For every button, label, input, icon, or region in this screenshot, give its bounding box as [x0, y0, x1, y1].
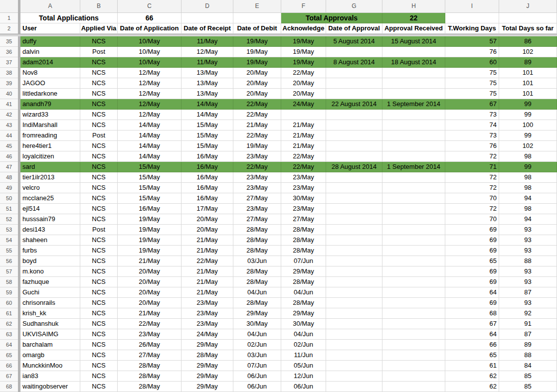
cell-receipt[interactable]: 15/May — [182, 131, 233, 141]
cell-receipt[interactable]: 29/May — [182, 340, 233, 350]
cell-via[interactable]: NCS — [80, 110, 118, 120]
cell-via[interactable]: NCS — [80, 141, 118, 151]
cell-via[interactable]: NCS — [80, 162, 118, 172]
cell-approval[interactable] — [326, 214, 382, 225]
cell-via[interactable]: Post — [80, 225, 118, 235]
cell-ack[interactable]: 20/May — [281, 78, 326, 89]
cell-ack[interactable] — [281, 110, 326, 120]
cell-ack[interactable]: 19/May — [281, 47, 326, 57]
cell-received[interactable]: 1 September 2014 — [382, 162, 445, 172]
cell-approval[interactable] — [326, 47, 382, 57]
cell-total[interactable]: 101 — [499, 89, 557, 99]
cell-receipt[interactable]: 13/May — [182, 89, 233, 99]
cell-total[interactable]: 93 — [499, 225, 557, 235]
cell-received[interactable] — [382, 340, 445, 350]
cell-working[interactable]: 74 — [445, 120, 499, 131]
column-header-i[interactable]: I — [445, 0, 499, 13]
cell-debit[interactable]: 28/May — [233, 246, 281, 256]
row-number[interactable]: 43 — [0, 120, 18, 131]
cell-total[interactable]: 94 — [499, 214, 557, 225]
cell-via[interactable]: NCS — [80, 99, 118, 110]
cell-application[interactable]: 19/May — [118, 225, 182, 235]
cell-approval[interactable] — [326, 204, 382, 214]
cell-user[interactable]: ian83 — [20, 371, 80, 382]
cell-received[interactable] — [382, 151, 445, 162]
cell-debit[interactable]: 03/Jun — [233, 350, 281, 361]
cell-total[interactable]: 101 — [499, 78, 557, 89]
cell-receipt[interactable]: 23/May — [182, 298, 233, 308]
header-date-of-approval[interactable]: Date of Approval — [326, 23, 382, 34]
cell-ack[interactable]: 12/Jun — [281, 371, 326, 382]
cell-application[interactable]: 10/May — [118, 36, 182, 47]
cell-approval[interactable] — [326, 298, 382, 308]
row-number[interactable]: 63 — [0, 329, 18, 340]
cell-receipt[interactable]: 21/May — [182, 277, 233, 287]
cell-approval[interactable] — [326, 350, 382, 361]
cell-application[interactable]: 20/May — [118, 298, 182, 308]
cell-ack[interactable]: 04/Jun — [281, 329, 326, 340]
cell-total[interactable]: 89 — [499, 57, 557, 68]
cell-application[interactable]: 10/May — [118, 57, 182, 68]
cell-approval[interactable] — [326, 329, 382, 340]
cell-receipt[interactable]: 12/May — [182, 47, 233, 57]
cell-working[interactable]: 71 — [445, 162, 499, 172]
cell-receipt[interactable]: 16/May — [182, 151, 233, 162]
cell-ack[interactable]: 23/May — [281, 204, 326, 214]
cell-via[interactable]: NCS — [80, 57, 118, 68]
cell-user[interactable]: barchalam — [20, 340, 80, 350]
cell-application[interactable]: 28/May — [118, 382, 182, 392]
row-number[interactable]: 54 — [0, 235, 18, 246]
cell-debit[interactable]: 20/May — [233, 89, 281, 99]
cell-approval[interactable] — [326, 266, 382, 277]
column-header-b[interactable]: B — [80, 0, 118, 13]
cell-via[interactable]: NCS — [80, 193, 118, 204]
cell-debit[interactable]: 07/Jun — [233, 361, 281, 371]
total-applications-label[interactable]: Total Applications — [20, 13, 118, 23]
cell-debit[interactable]: 19/May — [233, 141, 281, 151]
cell-via[interactable]: NCS — [80, 246, 118, 256]
cell-ack[interactable]: 23/May — [281, 183, 326, 193]
cell-received[interactable] — [382, 110, 445, 120]
cell-working[interactable]: 75 — [445, 68, 499, 78]
column-header-j[interactable]: J — [499, 0, 557, 13]
cell-total[interactable]: 102 — [499, 47, 557, 57]
cell-received[interactable]: 1 September 2014 — [382, 99, 445, 110]
cell-application[interactable]: 19/May — [118, 235, 182, 246]
cell-user[interactable]: wizard33 — [20, 110, 80, 120]
cell-application[interactable]: 15/May — [118, 183, 182, 193]
cell-via[interactable]: NCS — [80, 350, 118, 361]
row-number[interactable]: 41 — [0, 99, 18, 110]
row-number[interactable]: 35 — [0, 36, 18, 47]
cell-working[interactable]: 72 — [445, 183, 499, 193]
cell-working[interactable]: 67 — [445, 319, 499, 329]
row-number[interactable]: 48 — [0, 172, 18, 183]
cell-user[interactable]: Guchi — [20, 287, 80, 298]
cell-application[interactable]: 20/May — [118, 287, 182, 298]
cell-approval[interactable] — [326, 78, 382, 89]
cell-debit[interactable]: 20/May — [233, 78, 281, 89]
cell-ack[interactable]: 22/May — [281, 162, 326, 172]
cell-user[interactable]: anandh79 — [20, 99, 80, 110]
cell-application[interactable]: 14/May — [118, 151, 182, 162]
cell-approval[interactable] — [326, 120, 382, 131]
cell-working[interactable]: 72 — [445, 204, 499, 214]
row-number[interactable]: 65 — [0, 350, 18, 361]
cell-via[interactable]: NCS — [80, 340, 118, 350]
cell-receipt[interactable]: 29/May — [182, 371, 233, 382]
cell-total[interactable]: 87 — [499, 287, 557, 298]
cell-debit[interactable]: 22/May — [233, 99, 281, 110]
cell-receipt[interactable]: 21/May — [182, 287, 233, 298]
header-approval-received[interactable]: Approval Received — [382, 23, 445, 34]
cell-via[interactable]: NCS — [80, 371, 118, 382]
cell-via[interactable]: NCS — [80, 214, 118, 225]
row-number[interactable]: 51 — [0, 204, 18, 214]
cell-via[interactable]: Post — [80, 131, 118, 141]
cell-ack[interactable]: 05/Jun — [281, 361, 326, 371]
row-number[interactable]: 39 — [0, 78, 18, 89]
total-applications-value[interactable]: 66 — [118, 13, 182, 23]
cell-debit[interactable]: 23/May — [233, 172, 281, 183]
cell-received[interactable] — [382, 68, 445, 78]
cell-via[interactable]: NCS — [80, 204, 118, 214]
cell-ack[interactable]: 28/May — [281, 235, 326, 246]
header-total-days[interactable]: Total Days so far — [499, 23, 557, 34]
